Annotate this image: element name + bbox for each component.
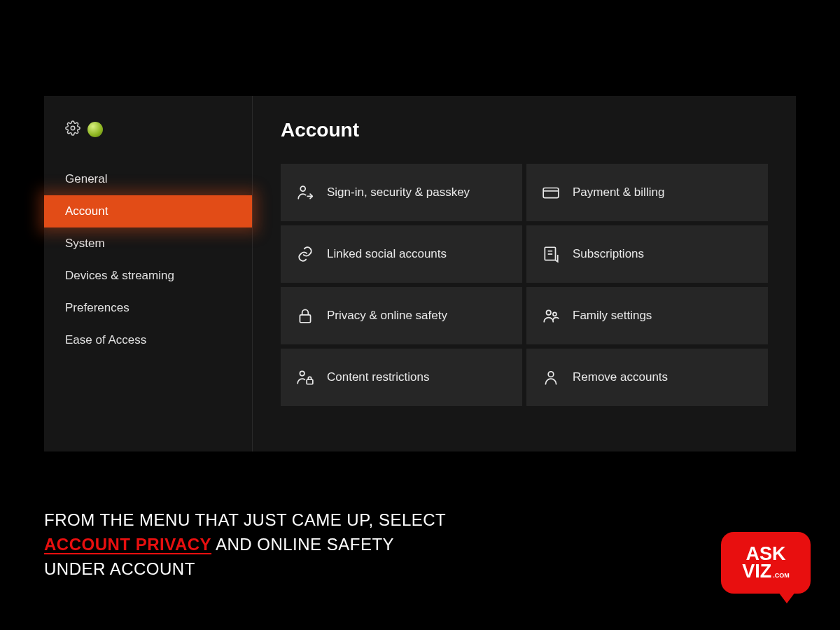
- svg-rect-11: [307, 379, 313, 384]
- nav-item-general[interactable]: General: [44, 163, 252, 195]
- gear-icon: [65, 120, 80, 139]
- nav-item-devices-streaming[interactable]: Devices & streaming: [44, 260, 252, 292]
- nav-item-system[interactable]: System: [44, 227, 252, 260]
- document-list-icon: [542, 245, 560, 263]
- link-icon: [296, 245, 314, 263]
- tile-subscriptions[interactable]: Subscriptions: [526, 225, 768, 283]
- tile-family-settings[interactable]: Family settings: [526, 287, 768, 344]
- caption-highlight: Account Privacy: [44, 535, 211, 554]
- caption-text: and online safety: [211, 535, 394, 554]
- logo-text-line2: VIZ: [742, 563, 771, 580]
- lock-icon: [296, 307, 314, 325]
- page-title: Account: [281, 119, 768, 141]
- tile-remove-accounts[interactable]: Remove accounts: [526, 349, 768, 406]
- caption-text: From the menu that just came up, select: [44, 510, 446, 529]
- tile-linked-social-accounts[interactable]: Linked social accounts: [281, 225, 522, 283]
- tile-label: Subscriptions: [573, 246, 644, 262]
- sidebar: General Account System Devices & streami…: [44, 96, 253, 451]
- nav-item-account[interactable]: Account: [44, 195, 252, 227]
- tile-label: Linked social accounts: [327, 246, 447, 262]
- tile-label: Content restrictions: [327, 370, 429, 385]
- tile-signin-security-passkey[interactable]: Sign-in, security & passkey: [281, 164, 522, 221]
- person-arrow-icon: [296, 183, 314, 202]
- person-lock-icon: [296, 368, 314, 386]
- svg-point-9: [553, 312, 556, 316]
- tiles-grid: Sign-in, security & passkey Payment & bi…: [281, 164, 768, 406]
- sidebar-header: [44, 110, 252, 160]
- profile-orb-icon[interactable]: [88, 122, 103, 137]
- svg-rect-7: [300, 315, 310, 323]
- nav-item-preferences[interactable]: Preferences: [44, 292, 252, 324]
- main-content: Account Sign-in, security & passkey: [253, 96, 796, 451]
- logo-subtext: .COM: [773, 572, 790, 579]
- caption-text: under account: [44, 559, 195, 578]
- person-icon: [542, 368, 560, 386]
- tile-content-restrictions[interactable]: Content restrictions: [281, 349, 522, 406]
- logo-bubble: ASK VIZ .COM: [721, 532, 811, 594]
- svg-point-8: [547, 310, 552, 315]
- askviz-logo: ASK VIZ .COM: [721, 532, 811, 602]
- svg-point-12: [548, 372, 554, 377]
- svg-point-10: [300, 371, 304, 376]
- nav-item-ease-of-access[interactable]: Ease of Access: [44, 324, 252, 356]
- tile-payment-billing[interactable]: Payment & billing: [526, 164, 768, 221]
- credit-card-icon: [542, 183, 560, 202]
- svg-point-1: [300, 186, 305, 191]
- people-icon: [542, 307, 560, 325]
- tile-label: Remove accounts: [573, 370, 668, 385]
- tile-label: Family settings: [573, 308, 652, 323]
- nav-items: General Account System Devices & streami…: [44, 160, 252, 356]
- instruction-caption: From the menu that just came up, select …: [44, 508, 618, 581]
- svg-rect-2: [543, 188, 559, 198]
- tile-label: Sign-in, security & passkey: [327, 185, 470, 200]
- tile-privacy-online-safety[interactable]: Privacy & online safety: [281, 287, 522, 344]
- settings-panel: General Account System Devices & streami…: [44, 96, 796, 451]
- svg-point-0: [71, 126, 75, 130]
- tile-label: Payment & billing: [573, 185, 664, 200]
- tile-label: Privacy & online safety: [327, 308, 447, 323]
